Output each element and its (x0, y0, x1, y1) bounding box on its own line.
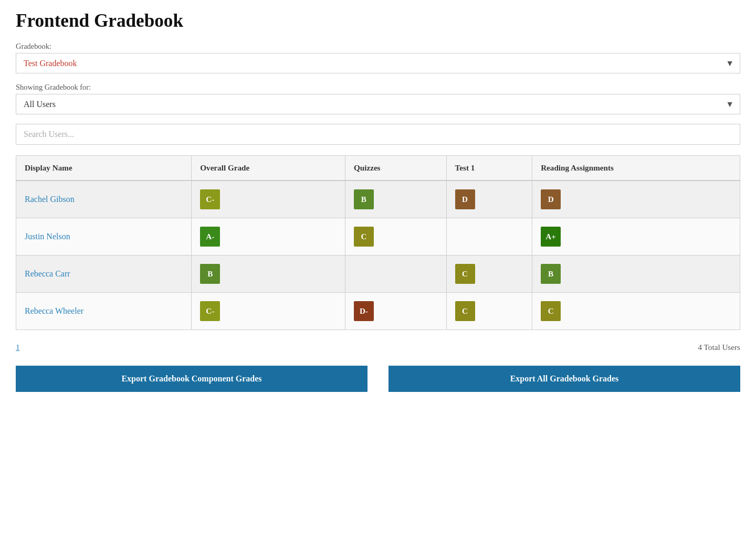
export-all-button[interactable]: Export All Gradebook Grades (388, 366, 740, 392)
overall-grade-cell: B (192, 255, 345, 293)
table-header-row: Display Name Overall Grade Quizzes Test … (16, 156, 740, 181)
page-1-link[interactable]: 1 (16, 343, 20, 352)
grade-badge: C (354, 227, 374, 247)
overall-grade-cell: A- (192, 218, 345, 255)
student-link[interactable]: Rachel Gibson (25, 195, 75, 204)
table-body: Rachel GibsonC-BDDJustin NelsonA-CA+Rebe… (16, 180, 740, 330)
quizzes-cell: C (345, 218, 446, 255)
grade-badge: B (541, 264, 561, 284)
search-input[interactable] (16, 124, 740, 145)
grade-badge: D (541, 189, 561, 209)
test1-cell: D (446, 180, 532, 218)
reading-cell: A+ (532, 218, 740, 255)
quizzes-cell: B (345, 180, 446, 218)
quizzes-cell: D- (345, 293, 446, 330)
export-buttons: Export Gradebook Component Grades Export… (16, 366, 740, 392)
col-overall-grade: Overall Grade (192, 156, 345, 181)
overall-grade-cell: C- (192, 293, 345, 330)
grade-badge: A- (200, 227, 220, 247)
col-display-name: Display Name (16, 156, 192, 181)
user-filter-label: Showing Gradebook for: (16, 83, 740, 92)
table-header: Display Name Overall Grade Quizzes Test … (16, 156, 740, 181)
grade-badge: C (455, 264, 475, 284)
user-select-wrapper: All Users ▼ (16, 94, 740, 114)
overall-grade-cell: C- (192, 180, 345, 218)
col-test1: Test 1 (446, 156, 532, 181)
quizzes-cell (345, 255, 446, 293)
user-filter-wrapper: Showing Gradebook for: All Users ▼ (16, 83, 740, 114)
test1-cell: C (446, 293, 532, 330)
table-row: Rebecca WheelerC-D-CC (16, 293, 740, 330)
reading-cell: B (532, 255, 740, 293)
gradebook-label-wrapper: Gradebook: Test Gradebook ▼ (16, 42, 740, 73)
gradebook-select[interactable]: Test Gradebook (16, 53, 740, 73)
grade-badge: D (455, 189, 475, 209)
gradebook-table: Display Name Overall Grade Quizzes Test … (16, 155, 740, 330)
student-link[interactable]: Justin Nelson (25, 232, 70, 241)
test1-cell: C (446, 255, 532, 293)
student-name-cell: Rebecca Carr (16, 255, 192, 293)
grade-badge: A+ (541, 227, 561, 247)
grade-badge: B (200, 264, 220, 284)
student-name-cell: Justin Nelson (16, 218, 192, 255)
user-select[interactable]: All Users (16, 94, 740, 114)
student-name-cell: Rachel Gibson (16, 180, 192, 218)
reading-cell: C (532, 293, 740, 330)
table-row: Rachel GibsonC-BDD (16, 180, 740, 218)
gradebook-select-wrapper: Test Gradebook ▼ (16, 53, 740, 73)
total-users: 4 Total Users (698, 343, 741, 352)
grade-badge: C- (200, 189, 220, 209)
student-link[interactable]: Rebecca Wheeler (25, 306, 83, 315)
page-title: Frontend Gradebook (16, 10, 740, 31)
col-reading: Reading Assignments (532, 156, 740, 181)
grade-badge: C- (200, 301, 220, 321)
gradebook-label: Gradebook: (16, 42, 740, 51)
grade-badge: B (354, 189, 374, 209)
table-row: Rebecca CarrBCB (16, 255, 740, 293)
reading-cell: D (532, 180, 740, 218)
export-component-button[interactable]: Export Gradebook Component Grades (16, 366, 368, 392)
grade-badge: C (455, 301, 475, 321)
test1-cell (446, 218, 532, 255)
grade-badge: C (541, 301, 561, 321)
pagination-row: 1 4 Total Users (16, 338, 740, 360)
table-row: Justin NelsonA-CA+ (16, 218, 740, 255)
student-name-cell: Rebecca Wheeler (16, 293, 192, 330)
grade-badge: D- (354, 301, 374, 321)
col-quizzes: Quizzes (345, 156, 446, 181)
student-link[interactable]: Rebecca Carr (25, 269, 70, 278)
